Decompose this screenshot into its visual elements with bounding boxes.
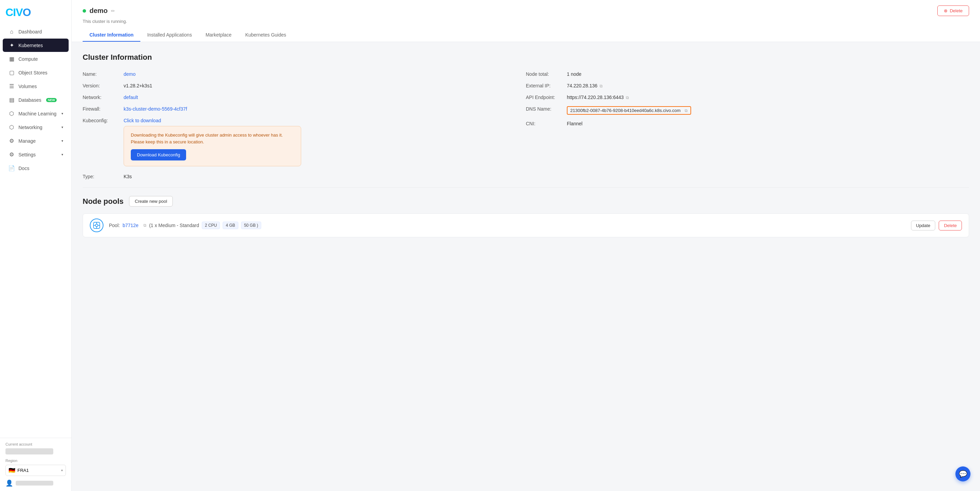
copy-api-endpoint-icon[interactable]: ⧉ [626,95,629,100]
create-pool-button[interactable]: Create new pool [129,196,173,207]
cluster-info-title: Cluster Information [83,53,969,62]
sidebar-item-settings[interactable]: ⚙ Settings ▾ [3,148,68,161]
tab-kubernetes-guides[interactable]: Kubernetes Guides [238,29,293,42]
tabs: Cluster InformationInstalled Application… [83,29,969,42]
label-api-endpoint: API Endpoint: [526,95,567,100]
value-api-endpoint: https://74.220.28.136:6443 [567,95,624,100]
edit-icon[interactable]: ✏ [111,8,115,14]
info-row-dns-name: DNS Name:21300fb2-0087-4b76-9208-b410eed… [526,106,969,115]
value-firewall[interactable]: k3s-cluster-demo-5569-4cf37f [124,106,187,112]
sidebar-label-dashboard: Dashboard [18,29,42,35]
machine-learning-icon: ⬡ [8,110,15,117]
info-row-external-ip: External IP:74.220.28.136⧉ [526,83,969,89]
sidebar-item-docs[interactable]: 📄 Docs [3,162,68,175]
label-kubeconfig: Kubeconfig: [83,118,124,123]
kubeconfig-warning: Downloading the Kubeconfig will give clu… [124,126,301,166]
sidebar-item-machine-learning[interactable]: ⬡ Machine Learning ▾ [3,107,68,120]
value-wrapper-node-total: 1 node [567,72,582,77]
copy-external-ip-icon[interactable]: ⧉ [600,84,603,89]
delete-icon: ⊗ [944,8,948,13]
user-icon: 👤 [5,479,13,487]
sidebar-label-networking: Networking [18,125,42,130]
info-col-left: Name:demoVersion:v1.28.2+k3s1Network:def… [83,72,526,166]
info-row-node-total: Node total:1 node [526,72,969,77]
pool-icon [90,219,103,232]
nav-menu: ⌂ Dashboard ✦ Kubernetes ▦ Compute ▢ Obj… [0,25,72,175]
value-external-ip: 74.220.28.136 [567,83,598,89]
sidebar-label-volumes: Volumes [18,84,37,89]
value-node-total: 1 node [567,72,582,77]
sidebar-item-kubernetes[interactable]: ✦ Kubernetes [3,38,68,52]
sidebar-item-compute[interactable]: ▦ Compute [3,52,68,65]
value-name[interactable]: demo [124,72,135,77]
delete-button-label: Delete [950,8,963,13]
update-pool-button[interactable]: Update [911,221,935,230]
info-row-network: Network:default [83,95,526,100]
dashboard-icon: ⌂ [8,29,15,35]
region-select[interactable]: 🇩🇪 FRA1 ▾ [5,465,66,476]
value-wrapper-dns-name: 21300fb2-0087-4b76-9208-b410eed40a6c.k8s… [567,106,691,115]
chevron-networking: ▾ [62,125,63,129]
account-blurred [5,448,53,454]
info-row-firewall: Firewall:k3s-cluster-demo-5569-4cf37f [83,106,526,112]
download-kubeconfig-button[interactable]: Download Kubeconfig [131,149,186,160]
chevron-machine-learning: ▾ [62,112,63,115]
docs-icon: 📄 [8,165,15,172]
delete-cluster-button[interactable]: ⊗ Delete [937,5,969,16]
pool-label: Pool: [109,222,120,228]
cluster-title-row: demo ✏ ⊗ Delete [83,5,969,16]
delete-pool-button[interactable]: Delete [939,221,962,230]
settings-icon: ⚙ [8,151,15,158]
sidebar-label-databases: Databases [18,97,41,103]
sidebar-bottom: Current account Region 🇩🇪 FRA1 ▾ 👤 [0,438,72,491]
chat-bubble[interactable]: 💬 [955,466,970,481]
sidebar-item-dashboard[interactable]: ⌂ Dashboard [3,25,68,38]
pool-copy-icon[interactable]: ⧉ [143,223,146,228]
volumes-icon: ☰ [8,83,15,89]
cluster-title: demo ✏ [83,7,115,15]
sidebar-label-kubernetes: Kubernetes [18,43,43,48]
sidebar-item-databases[interactable]: ▤ Databases NEW [3,93,68,106]
label-node-total: Node total: [526,72,567,77]
sidebar-item-manage[interactable]: ⚙ Manage ▾ [3,134,68,148]
svg-point-1 [95,224,98,226]
section-divider [83,188,969,188]
pool-actions: Update Delete [911,221,962,230]
info-row-api-endpoint: API Endpoint:https://74.220.28.136:6443⧉ [526,95,969,100]
current-account-label: Current account [5,442,66,446]
pool-id[interactable]: b7712e [123,222,138,228]
sidebar-item-networking[interactable]: ⬡ Networking ▾ [3,121,68,134]
pool-cpu: 2 CPU [202,222,220,229]
sidebar-label-machine-learning: Machine Learning [18,111,56,116]
label-cni: CNI: [526,121,567,126]
tab-marketplace[interactable]: Marketplace [199,29,238,42]
tab-installed-applications[interactable]: Installed Applications [140,29,199,42]
pool-spec: (1 x Medium - Standard [149,222,199,228]
sidebar-item-object-stores[interactable]: ▢ Object Stores [3,66,68,79]
sidebar-label-manage: Manage [18,138,36,144]
region-flag: 🇩🇪 [8,467,15,474]
pool-row: Pool: b7712e ⧉ (1 x Medium - Standard 2 … [83,213,969,237]
value-wrapper-api-endpoint: https://74.220.28.136:6443⧉ [567,95,629,100]
sidebar-label-compute: Compute [18,56,38,62]
label-external-ip: External IP: [526,83,567,89]
label-network: Network: [83,95,124,100]
pool-ram: 4 GB [223,222,238,229]
copy-dns-icon[interactable]: ⧉ [685,108,688,113]
tab-cluster-information[interactable]: Cluster Information [83,29,140,42]
label-name: Name: [83,72,124,77]
node-pools-header: Node pools Create new pool [83,196,969,207]
info-col-right: Node total:1 nodeExternal IP:74.220.28.1… [526,72,969,166]
value-network[interactable]: default [124,95,138,100]
info-row-kubeconfig: Kubeconfig:Click to download Downloading… [83,118,526,166]
logo: CIVO [0,0,72,25]
cluster-subtitle: This cluster is running. [83,19,969,24]
main-header: demo ✏ ⊗ Delete This cluster is running.… [72,0,980,42]
pool-info: Pool: b7712e ⧉ (1 x Medium - Standard 2 … [109,222,905,229]
info-row-cni: CNI:Flannel [526,121,969,126]
nav-badge-databases: NEW [46,98,57,102]
status-dot [83,9,86,13]
kubeconfig-link[interactable]: Click to download [124,118,161,123]
sidebar-item-volumes[interactable]: ☰ Volumes [3,79,68,93]
user-row: 👤 [5,476,66,487]
